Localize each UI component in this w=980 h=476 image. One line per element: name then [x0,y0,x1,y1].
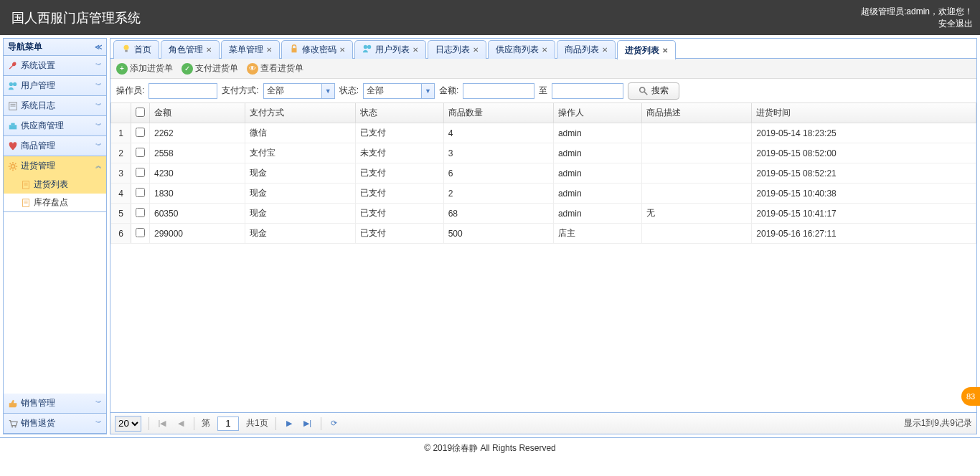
close-icon[interactable]: ✕ [662,47,668,54]
close-icon[interactable]: ✕ [542,46,547,54]
cell-method: 现金 [245,224,355,244]
column-header[interactable]: 支付方式 [245,103,355,123]
sidebar-panel-销售管理[interactable]: 销售管理︾ [4,394,106,413]
table-row[interactable]: 22558支付宝未支付3admin2019-05-15 08:52:00 [111,143,976,163]
cell-desc [642,163,752,184]
chevron-down-icon: ︾ [95,101,102,110]
add-purchase-button[interactable]: + 添加进货单 [116,62,173,75]
row-checkbox[interactable] [136,208,145,217]
cell-qty: 3 [443,143,553,163]
chevron-down-icon: ▼ [321,84,334,98]
table-row[interactable]: 6299000现金已支付500店主2019-05-16 16:27:11 [111,224,976,244]
close-icon[interactable]: ✕ [602,46,608,54]
close-icon[interactable]: ✕ [413,46,418,54]
close-icon[interactable]: ✕ [206,46,212,54]
close-icon[interactable]: ✕ [339,46,345,54]
last-page-button[interactable]: ▶| [302,419,314,428]
tab-首页[interactable]: 首页 [113,40,159,59]
amount-label: 金额: [439,85,458,97]
prev-page-button[interactable]: ◀ [175,419,187,428]
pay-purchase-button[interactable]: ✓ 支付进货单 [182,62,238,75]
row-number: 4 [111,184,131,204]
cell-amount: 2262 [150,123,245,143]
paymethod-select[interactable]: 全部 ▼ [263,83,335,99]
tab-角色管理[interactable]: 角色管理 ✕ [161,40,220,59]
status-select[interactable]: 全部 ▼ [363,83,435,99]
cell-qty: 2 [443,184,553,204]
nav-item-进货列表[interactable]: 进货列表 [4,176,106,194]
operator-label: 操作员: [116,85,144,97]
lock-icon [289,44,299,56]
cell-status: 已支付 [355,224,443,244]
total-pages: 共1页 [246,417,268,429]
tab-日志列表[interactable]: 日志列表 ✕ [428,40,486,59]
search-button[interactable]: 搜索 [628,82,679,100]
svg-point-20 [367,45,371,49]
table-row[interactable]: 41830现金已支付2admin2019-05-15 10:40:38 [111,184,976,204]
column-header[interactable]: 商品描述 [642,103,752,123]
next-page-button[interactable]: ▶ [283,419,295,428]
first-page-button[interactable]: |◀ [156,419,168,428]
sidebar-panel-供应商管理[interactable]: 供应商管理︾ [4,116,106,135]
tab-用户列表[interactable]: 用户列表 ✕ [354,40,426,59]
sidebar-panel-用户管理[interactable]: 用户管理︾ [4,76,106,95]
side-badge[interactable]: 83 [961,387,980,406]
view-purchase-button[interactable]: 👁 查看进货单 [247,62,303,75]
cell-time: 2019-05-15 10:40:38 [752,184,976,204]
sidebar-panel-系统设置[interactable]: 系统设置︾ [4,56,106,75]
rownum-header [111,103,131,123]
cell-desc: 无 [642,204,752,224]
row-checkbox[interactable] [136,148,145,157]
tab-进货列表[interactable]: 进货列表 ✕ [617,40,676,60]
sidebar-panel-进货管理[interactable]: 进货管理︽ [4,156,106,176]
close-icon[interactable]: ✕ [473,46,479,54]
row-checkbox[interactable] [136,128,145,137]
operator-input[interactable] [149,83,217,99]
row-number: 2 [111,143,131,163]
table-row[interactable]: 12262微信已支付4admin2019-05-14 18:23:25 [111,123,976,143]
tab-供应商列表[interactable]: 供应商列表 ✕ [488,40,555,59]
svg-rect-6 [11,123,14,125]
tab-修改密码[interactable]: 修改密码 ✕ [281,40,353,59]
cell-status: 已支付 [355,184,443,204]
content-area: 首页角色管理 ✕菜单管理 ✕修改密码 ✕用户列表 ✕日志列表 ✕供应商列表 ✕商… [110,38,977,434]
table-row[interactable]: 560350现金已支付68admin无2019-05-15 10:41:17 [111,204,976,224]
row-checkbox[interactable] [136,188,145,197]
cell-time: 2019-05-15 08:52:21 [752,163,976,184]
column-header[interactable]: 商品数量 [443,103,553,123]
row-number: 5 [111,204,131,224]
select-all-checkbox[interactable] [136,108,145,117]
column-header[interactable]: 操作人 [553,103,641,123]
column-header[interactable]: 金额 [150,103,245,123]
sidebar-panel-销售退货[interactable]: 销售退货︾ [4,414,106,433]
column-header[interactable]: 进货时间 [752,103,976,123]
logout-link[interactable]: 安全退出 [938,19,973,29]
row-checkbox[interactable] [136,228,145,237]
table-row[interactable]: 34230现金已支付6admin2019-05-15 08:52:21 [111,163,976,184]
close-icon[interactable]: ✕ [266,46,272,54]
search-icon [639,86,649,96]
page-number-input[interactable] [217,416,239,431]
sidebar-panel-商品管理[interactable]: 商品管理︾ [4,136,106,156]
cell-operator: admin [553,123,641,143]
tab-菜单管理[interactable]: 菜单管理 ✕ [221,40,280,59]
amount-to-input[interactable] [552,83,623,99]
chevron-down-icon: ︾ [95,121,102,130]
amount-from-input[interactable] [463,83,534,99]
column-header[interactable]: 状态 [355,103,443,123]
tab-商品列表[interactable]: 商品列表 ✕ [557,40,616,59]
tab-bar: 首页角色管理 ✕菜单管理 ✕修改密码 ✕用户列表 ✕日志列表 ✕供应商列表 ✕商… [110,39,976,59]
sidebar: 导航菜单 ≪ 系统设置︾用户管理︾系统日志︾供应商管理︾商品管理︾进货管理︽进货… [3,38,107,434]
cell-method: 现金 [245,204,355,224]
cell-time: 2019-05-15 10:41:17 [752,204,976,224]
page-size-select[interactable]: 20 [115,416,141,432]
refresh-button[interactable]: ⟳ [329,419,340,428]
cell-method: 现金 [245,163,355,184]
nav-item-库存盘点[interactable]: 库存盘点 [4,194,106,211]
collapse-sidebar-icon[interactable]: ≪ [95,43,102,51]
sidebar-title: 导航菜单 [8,41,42,53]
sidebar-panel-系统日志[interactable]: 系统日志︾ [4,96,106,115]
row-checkbox[interactable] [136,168,145,177]
welcome-suffix: ，欢迎您！ [930,6,973,16]
svg-rect-17 [125,50,128,52]
